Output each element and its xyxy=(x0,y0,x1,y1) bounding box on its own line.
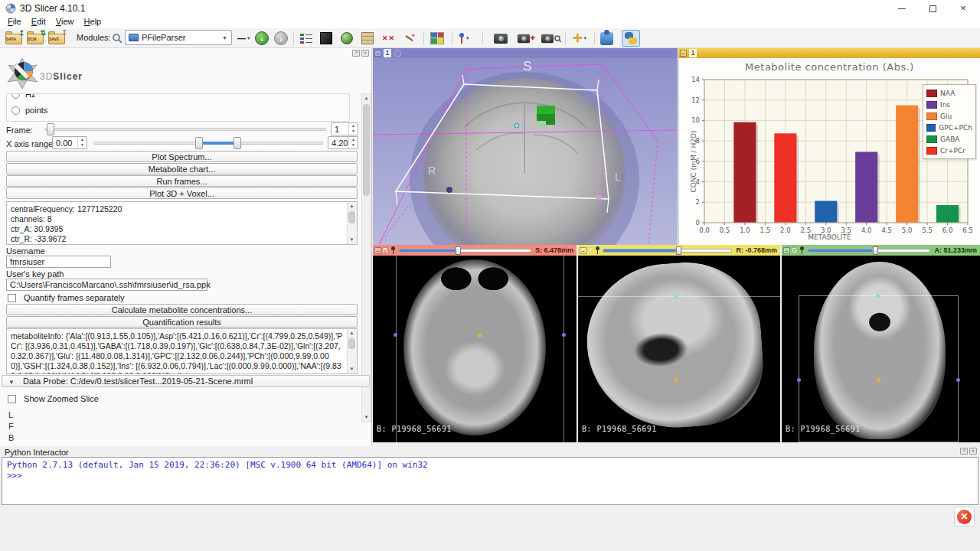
slice-collapse-icon[interactable]: – xyxy=(783,247,790,254)
scroll-up-icon[interactable]: ▲ xyxy=(348,202,356,210)
textarea-scrollbar[interactable]: ▲ ▼ xyxy=(347,202,357,244)
spin-arrows-icon[interactable]: ▲▼ xyxy=(348,137,358,148)
slice-collapse-icon[interactable]: – xyxy=(374,247,381,254)
green-slice-slider[interactable] xyxy=(807,249,930,253)
frame-slider[interactable] xyxy=(44,128,326,131)
chart-collapse-icon[interactable]: – xyxy=(680,50,687,57)
plot-spectrum-button[interactable]: Plot Spectrum... xyxy=(6,151,358,162)
metabolite-chart-button[interactable]: Metabolite chart... xyxy=(6,163,358,174)
xrange-handle-min[interactable] xyxy=(195,137,203,149)
roi-handle-dot[interactable] xyxy=(797,378,801,382)
handle-sphere-right[interactable] xyxy=(596,194,602,201)
handle-sphere-left[interactable] xyxy=(446,187,452,193)
python-close-icon[interactable]: × xyxy=(969,448,977,455)
scroll-down-icon[interactable]: ▼ xyxy=(348,365,356,373)
panel-close-icon[interactable]: × xyxy=(361,50,369,57)
show-zoomed-slice-checkbox[interactable]: Show Zoomed Slice xyxy=(8,394,99,405)
panel-undock-icon[interactable]: ↗ xyxy=(352,50,360,57)
volumes-module-icon[interactable] xyxy=(341,30,353,47)
textarea-scrollbar[interactable]: ▲ ▼ xyxy=(347,329,357,373)
markups-icon[interactable]: ✕✕ xyxy=(382,30,395,47)
roi-handle-dot[interactable] xyxy=(394,333,397,337)
username-input[interactable]: fmrsiuser xyxy=(6,256,111,268)
quantification-results-button[interactable]: Quantification results xyxy=(6,316,358,328)
fiducial-point[interactable] xyxy=(514,123,519,128)
save-icon[interactable]: SAVE↧ xyxy=(47,30,66,47)
volume-rendering-icon[interactable] xyxy=(361,30,374,47)
roi-handle-dot[interactable] xyxy=(562,333,566,337)
minimize-button[interactable] xyxy=(887,0,917,17)
scroll-up-icon[interactable]: ▲ xyxy=(348,329,356,337)
slice-collapse-icon[interactable]: – xyxy=(580,247,586,254)
slider-handle[interactable] xyxy=(456,246,461,255)
close-button[interactable]: × xyxy=(948,0,978,17)
metabolite-info-textarea[interactable]: metaboliteInfo: {'Ala':[(0.913,1.55,0.10… xyxy=(6,328,358,374)
scroll-down-icon[interactable]: ▼ xyxy=(348,236,356,244)
screenshot-icon[interactable] xyxy=(494,30,508,47)
scene-view-icon[interactable]: ✚ xyxy=(517,30,536,47)
python-console-icon[interactable] xyxy=(622,30,640,47)
fiducial-dot[interactable] xyxy=(478,334,482,337)
scroll-thumb[interactable] xyxy=(363,104,370,196)
roi-box-outline[interactable] xyxy=(799,295,959,442)
view3d-collapse-icon[interactable]: – xyxy=(374,50,381,57)
yellow-slice-slider[interactable] xyxy=(603,249,732,253)
slice-pin-icon[interactable] xyxy=(799,246,805,254)
module-search-icon[interactable] xyxy=(112,30,122,47)
run-frames-button[interactable]: Run frames... xyxy=(6,175,358,187)
voxel-marker[interactable] xyxy=(537,106,555,114)
data-probe-header[interactable]: ▼ Data Probe: C:/dev/0.test/slicerTest..… xyxy=(2,375,370,387)
data-module-icon[interactable] xyxy=(320,30,332,47)
editor-icon[interactable]: ✦ xyxy=(403,30,416,47)
module-forward-icon[interactable]: › xyxy=(274,30,288,47)
fiducial-dot[interactable] xyxy=(877,378,880,382)
menu-help[interactable]: Help xyxy=(84,17,102,26)
roi-handle-dot[interactable] xyxy=(956,378,960,382)
view3d-canvas[interactable]: S R L xyxy=(373,58,678,245)
xrange-handle-max[interactable] xyxy=(234,137,241,149)
xrange-max-spinbox[interactable]: 4.20 ▲▼ xyxy=(328,136,358,149)
slider-handle[interactable] xyxy=(873,246,878,255)
panel-scrollbar[interactable]: ▲ ▼ xyxy=(361,93,371,422)
coronal-slice-view[interactable]: B: P19968_56691 xyxy=(782,256,980,442)
quantify-checkbox[interactable]: Quantify frames separately xyxy=(8,293,125,304)
extensions-icon[interactable] xyxy=(600,30,613,47)
console-close-button[interactable]: ✕ xyxy=(954,507,975,527)
fiducial-dot[interactable] xyxy=(675,378,678,382)
slider-handle[interactable] xyxy=(676,246,681,255)
scene-view-restore-icon[interactable] xyxy=(541,30,561,47)
add-dicom-icon[interactable]: DCM⇅ xyxy=(26,30,44,47)
keypath-input[interactable]: C:\Users\FranciscoMarcano\.ssh\fmrsiuser… xyxy=(6,279,207,291)
spin-arrows-icon[interactable]: ▲▼ xyxy=(77,137,87,148)
module-history-icon[interactable]: —▾ xyxy=(237,30,250,47)
sagittal-slice-view[interactable]: B: P19968_56691 xyxy=(578,256,780,442)
add-data-icon[interactable]: DATA↥ xyxy=(5,30,23,47)
fiducial-dot[interactable] xyxy=(675,295,678,298)
module-selector[interactable]: PFileParser ▼ xyxy=(125,30,232,45)
fiducial-dot[interactable] xyxy=(876,294,880,298)
scroll-up-icon[interactable]: ▲ xyxy=(362,94,371,103)
plot-3d-voxel-button[interactable]: Plot 3D + Voxel... xyxy=(6,187,358,199)
slice-pin-icon[interactable] xyxy=(390,246,396,254)
python-console[interactable]: Python 2.7.13 (default, Jan 15 2019, 22:… xyxy=(2,457,978,505)
menu-file[interactable]: File xyxy=(8,17,21,26)
red-slice-slider[interactable] xyxy=(398,249,531,253)
slice-pin-icon[interactable] xyxy=(595,246,600,254)
frame-spinbox[interactable]: 1 ▲▼ xyxy=(331,122,358,135)
layout-icon[interactable] xyxy=(430,30,444,47)
spin-arrows-icon[interactable]: ▲▼ xyxy=(348,123,358,135)
maximize-button[interactable] xyxy=(917,0,948,17)
xrange-min-spinbox[interactable]: 0.00 ▲▼ xyxy=(52,136,87,149)
menu-edit[interactable]: Edit xyxy=(31,17,46,26)
frame-slider-handle[interactable] xyxy=(47,123,54,135)
menu-view[interactable]: View xyxy=(56,17,74,26)
radio-hz[interactable]: Hz xyxy=(11,93,35,99)
axial-slice-view[interactable]: B: P19968_56691 xyxy=(373,256,577,442)
view3d-gear-icon[interactable] xyxy=(394,50,401,57)
calculate-concentrations-button[interactable]: Calculate metabolite concentrations... xyxy=(6,304,358,315)
radio-points[interactable]: points xyxy=(11,106,47,115)
header-info-textarea[interactable]: centralFrequency: 1277125220 channels: 8… xyxy=(6,201,358,245)
module-list-icon[interactable] xyxy=(300,30,312,47)
module-back-icon[interactable]: ‹ xyxy=(255,30,269,47)
python-undock-icon[interactable]: ↗ xyxy=(960,448,968,455)
